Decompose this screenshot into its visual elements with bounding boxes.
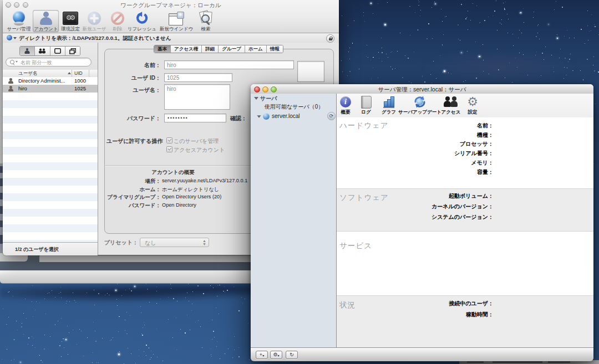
user-picture-well[interactable] xyxy=(297,61,324,82)
record-type-segmented-control xyxy=(19,46,80,56)
empty-list-stripe xyxy=(3,155,98,162)
section-services: サービス xyxy=(337,232,593,295)
screen: ワークグループマネージャ：ローカル サーバ管理 アカウント ⚙⚙ xyxy=(0,0,599,364)
computer-icon xyxy=(54,48,61,54)
delete-prohibition-icon xyxy=(111,11,124,26)
checkbox-manage-server[interactable] xyxy=(166,137,172,143)
hardware-field-processor: プロセッサ： xyxy=(460,140,494,148)
tab-privileges[interactable]: アクセス権 xyxy=(171,45,202,53)
tab-basic[interactable]: 基本 xyxy=(154,45,171,53)
search-scope-chevron-icon xyxy=(16,61,18,63)
column-header-username[interactable]: ユーザ名 xyxy=(18,70,37,77)
user-list: ユーザ名 UID Directory Administ...1000hiro10… xyxy=(3,70,98,242)
toolbar-item-overview[interactable]: i 概要 xyxy=(338,95,353,115)
sidebar-item-server-local[interactable]: server.local xyxy=(251,113,336,121)
password-field[interactable]: •••••••• xyxy=(164,114,226,122)
server-admin-window-title: サーバ管理：server.local：サーバ xyxy=(251,86,593,94)
zoom-button[interactable] xyxy=(23,2,28,8)
tab-groups[interactable]: グループ xyxy=(219,45,245,53)
empty-list-stripe xyxy=(3,201,98,209)
toolbar-item-refresh[interactable]: リフレッシュ xyxy=(129,10,155,32)
empty-list-stripe xyxy=(3,224,98,232)
directory-globe-icon[interactable] xyxy=(7,35,12,40)
selection-status-bar: 1/2 のユーザを選択 xyxy=(3,242,98,255)
search-input[interactable]: 名前 部分一致 xyxy=(6,58,92,66)
minimize-button[interactable] xyxy=(262,86,268,93)
chevron-down-icon xyxy=(13,37,17,39)
search-windows-icon xyxy=(199,11,213,26)
software-heading: ソフトウェア xyxy=(339,193,389,203)
tab-info[interactable]: 情報 xyxy=(267,45,283,53)
close-button[interactable] xyxy=(254,86,260,93)
server-globe-icon xyxy=(263,113,270,120)
toolbar-item-server-admin[interactable]: サーバ管理 xyxy=(6,10,32,32)
refresh-arrow-icon xyxy=(135,11,149,26)
lock-button[interactable] xyxy=(326,34,334,43)
short-names-field[interactable]: hiro xyxy=(164,84,230,110)
search-placeholder: 名前 部分一致 xyxy=(21,59,52,66)
empty-list-stripe xyxy=(3,170,98,178)
summary-home-value: ホームディレクトリなし xyxy=(162,186,219,193)
zoom-button[interactable] xyxy=(271,86,277,93)
segment-groups[interactable] xyxy=(35,47,50,55)
segment-users[interactable] xyxy=(20,47,35,55)
directory-status-text: ディレクトリを表示：/LDAPv3/127.0.0.1。認証されていません xyxy=(19,35,171,42)
close-button[interactable] xyxy=(6,2,11,8)
software-field-system-version: システムのバージョン： xyxy=(432,213,494,221)
permissions-label: ユーザに許可する操作 xyxy=(106,137,163,145)
empty-list-stripe xyxy=(3,193,98,201)
hardware-field-serial: シリアル番号： xyxy=(454,150,494,157)
checkbox-access-account-label: アクセスアカウント xyxy=(174,146,225,154)
column-header-uid[interactable]: UID xyxy=(74,70,83,76)
access-users-icon xyxy=(444,95,458,109)
minimize-button[interactable] xyxy=(14,2,19,8)
preset-popup[interactable]: なし ▲▼ xyxy=(140,238,209,247)
galaxy-dust-band xyxy=(0,280,288,309)
segment-all-records[interactable] xyxy=(65,47,80,55)
user-row[interactable]: hiro1025 xyxy=(3,85,98,93)
empty-list-stripe xyxy=(3,209,98,217)
segment-computers[interactable] xyxy=(50,47,65,55)
server-name-label: server.local xyxy=(272,113,300,119)
action-menu-button[interactable]: ⚙▾ xyxy=(270,351,282,359)
disclosure-triangle-icon[interactable] xyxy=(257,115,261,118)
toolbar-item-graphs[interactable]: グラフ xyxy=(379,95,398,115)
summary-primary-group-value: Open Directory Users (20) xyxy=(162,194,221,199)
empty-list-stripe xyxy=(3,139,98,147)
servers-sidebar: サーバ 使用可能なサーバ（0） server.local ⟳ xyxy=(251,94,336,347)
tab-advanced[interactable]: 詳細 xyxy=(202,45,219,53)
toolbar-item-settings[interactable]: ⚙ 設定 xyxy=(465,95,480,115)
dropdown-arrow-icon: ▾ xyxy=(278,354,280,357)
section-hardware: ハードウェア 名前： 機種： プロセッサ： シリアル番号： メモリ： 容量： xyxy=(337,117,593,188)
graph-bars-icon xyxy=(383,95,394,109)
name-field[interactable]: hiro xyxy=(164,60,294,69)
server-status-badge[interactable]: ⟳ xyxy=(327,112,336,120)
user-id-field[interactable]: 1025 xyxy=(164,73,232,82)
disclosure-triangle-icon[interactable] xyxy=(254,97,258,100)
status-field-connected-users: 接続中のユーザ： xyxy=(449,300,494,307)
checkbox-access-account[interactable] xyxy=(166,146,172,152)
background-window-bottom-bar xyxy=(0,270,251,284)
empty-list-stripe xyxy=(3,162,98,170)
new-user-plus-icon xyxy=(88,11,101,26)
tab-home[interactable]: ホーム xyxy=(245,45,267,53)
new-window-icon: + xyxy=(169,11,184,26)
toolbar-item-accounts[interactable]: アカウント xyxy=(33,10,59,32)
reconnect-button[interactable]: ↻ xyxy=(286,351,298,359)
toolbar-item-new-window[interactable]: + 新規ウインドウ xyxy=(159,10,194,32)
user-row[interactable]: Directory Administ...1000 xyxy=(3,77,98,85)
window-server-admin: サーバ管理：server.local：サーバ サーバ 使用可能なサーバ（0） s… xyxy=(251,84,593,361)
toolbar-item-access[interactable]: アクセス xyxy=(440,95,461,115)
toolbar-item-log[interactable]: ログ xyxy=(358,95,374,115)
toolbar-item-search[interactable]: 検索 xyxy=(196,10,216,32)
add-server-button[interactable]: +▾ xyxy=(256,351,268,359)
toolbar-item-preferences[interactable]: ⚙⚙ 環境設定 xyxy=(59,10,82,32)
server-admin-titlebar: サーバ管理：server.local：サーバ xyxy=(251,84,593,94)
toolbar-item-server-update[interactable]: サーバアップデート xyxy=(400,95,440,115)
workgroup-window-title: ワークグループマネージャ：ローカル xyxy=(3,2,339,9)
log-document-icon xyxy=(361,95,372,109)
empty-list-stripe xyxy=(3,186,98,193)
summary-primary-group-label: プライマリグループ： xyxy=(107,194,161,201)
group-icon xyxy=(38,48,46,54)
sidebar-item-available-servers[interactable]: 使用可能なサーバ（0） xyxy=(265,103,323,111)
